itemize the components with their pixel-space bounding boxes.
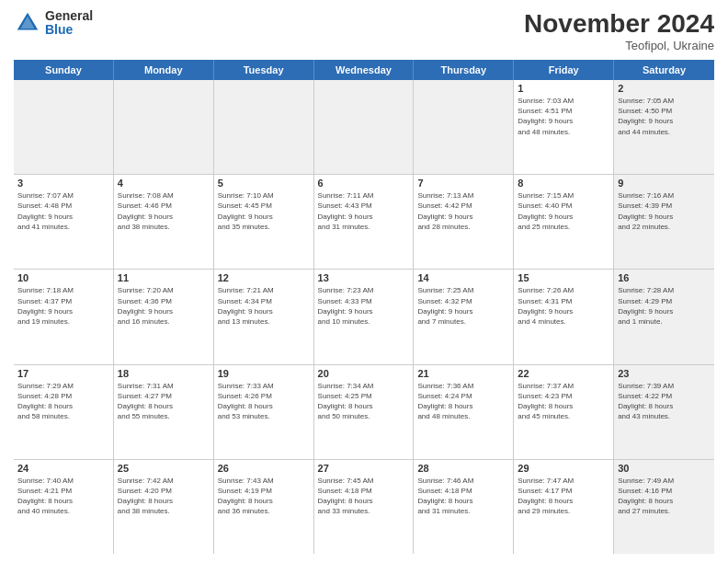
header-day-wednesday: Wednesday: [314, 60, 415, 80]
day-info: Sunrise: 7:10 AM Sunset: 4:45 PM Dayligh…: [218, 190, 310, 232]
day-number: 5: [218, 178, 310, 189]
day-number: 17: [17, 368, 109, 379]
day-number: 24: [17, 463, 109, 474]
calendar-day-2: 2Sunrise: 7:05 AM Sunset: 4:50 PM Daylig…: [614, 80, 714, 174]
day-info: Sunrise: 7:08 AM Sunset: 4:46 PM Dayligh…: [118, 190, 210, 232]
header-day-thursday: Thursday: [414, 60, 514, 80]
day-info: Sunrise: 7:37 AM Sunset: 4:23 PM Dayligh…: [518, 381, 609, 422]
day-number: 22: [518, 368, 609, 379]
calendar-day-10: 10Sunrise: 7:18 AM Sunset: 4:37 PM Dayli…: [14, 270, 114, 363]
day-number: 16: [618, 272, 711, 283]
calendar-day-empty: [414, 80, 514, 174]
day-number: 6: [318, 178, 410, 189]
header: General Blue November 2024 Teofipol, Ukr…: [14, 9, 714, 52]
day-info: Sunrise: 7:34 AM Sunset: 4:25 PM Dayligh…: [318, 381, 410, 422]
calendar-day-30: 30Sunrise: 7:49 AM Sunset: 4:16 PM Dayli…: [614, 460, 714, 554]
calendar-week-5: 24Sunrise: 7:40 AM Sunset: 4:21 PM Dayli…: [14, 460, 714, 554]
calendar-week-3: 10Sunrise: 7:18 AM Sunset: 4:37 PM Dayli…: [14, 270, 714, 364]
day-info: Sunrise: 7:16 AM Sunset: 4:39 PM Dayligh…: [618, 190, 711, 232]
day-number: 19: [218, 368, 310, 379]
header-day-monday: Monday: [114, 60, 214, 80]
day-number: 30: [618, 463, 711, 474]
day-number: 11: [118, 272, 210, 283]
day-info: Sunrise: 7:18 AM Sunset: 4:37 PM Dayligh…: [17, 285, 109, 327]
day-info: Sunrise: 7:36 AM Sunset: 4:24 PM Dayligh…: [417, 381, 509, 422]
day-number: 14: [417, 272, 509, 283]
calendar-day-8: 8Sunrise: 7:15 AM Sunset: 4:40 PM Daylig…: [514, 175, 614, 269]
day-info: Sunrise: 7:03 AM Sunset: 4:51 PM Dayligh…: [518, 96, 609, 137]
calendar-day-6: 6Sunrise: 7:11 AM Sunset: 4:43 PM Daylig…: [314, 175, 415, 269]
calendar-day-11: 11Sunrise: 7:20 AM Sunset: 4:36 PM Dayli…: [114, 270, 214, 363]
day-number: 1: [518, 83, 609, 94]
day-number: 3: [17, 178, 109, 189]
header-day-friday: Friday: [514, 60, 614, 80]
logo-blue-text: Blue: [45, 23, 93, 37]
location: Teofipol, Ukraine: [524, 39, 714, 52]
calendar-week-2: 3Sunrise: 7:07 AM Sunset: 4:48 PM Daylig…: [14, 175, 714, 270]
calendar-day-9: 9Sunrise: 7:16 AM Sunset: 4:39 PM Daylig…: [614, 175, 714, 269]
day-number: 9: [618, 178, 711, 189]
calendar-day-4: 4Sunrise: 7:08 AM Sunset: 4:46 PM Daylig…: [114, 175, 214, 269]
calendar-day-empty: [14, 80, 114, 174]
day-info: Sunrise: 7:25 AM Sunset: 4:32 PM Dayligh…: [417, 285, 509, 327]
calendar: SundayMondayTuesdayWednesdayThursdayFrid…: [14, 60, 714, 554]
day-number: 15: [518, 272, 609, 283]
day-number: 10: [17, 272, 109, 283]
calendar-day-26: 26Sunrise: 7:43 AM Sunset: 4:19 PM Dayli…: [214, 460, 314, 554]
day-number: 7: [417, 178, 509, 189]
calendar-day-22: 22Sunrise: 7:37 AM Sunset: 4:23 PM Dayli…: [514, 365, 614, 459]
logo: General Blue: [14, 9, 93, 38]
day-number: 21: [417, 368, 509, 379]
day-number: 27: [318, 463, 410, 474]
calendar-day-15: 15Sunrise: 7:26 AM Sunset: 4:31 PM Dayli…: [514, 270, 614, 363]
day-number: 25: [118, 463, 210, 474]
calendar-day-5: 5Sunrise: 7:10 AM Sunset: 4:45 PM Daylig…: [214, 175, 314, 269]
day-number: 2: [618, 83, 711, 94]
day-info: Sunrise: 7:21 AM Sunset: 4:34 PM Dayligh…: [218, 285, 310, 327]
calendar-day-empty: [214, 80, 314, 174]
calendar-day-21: 21Sunrise: 7:36 AM Sunset: 4:24 PM Dayli…: [414, 365, 514, 459]
day-number: 29: [518, 463, 609, 474]
calendar-day-13: 13Sunrise: 7:23 AM Sunset: 4:33 PM Dayli…: [314, 270, 415, 363]
day-number: 4: [118, 178, 210, 189]
calendar-day-empty: [114, 80, 214, 174]
day-info: Sunrise: 7:07 AM Sunset: 4:48 PM Dayligh…: [17, 190, 109, 232]
day-number: 23: [618, 368, 711, 379]
calendar-day-23: 23Sunrise: 7:39 AM Sunset: 4:22 PM Dayli…: [614, 365, 714, 459]
calendar-day-25: 25Sunrise: 7:42 AM Sunset: 4:20 PM Dayli…: [114, 460, 214, 554]
header-day-sunday: Sunday: [14, 60, 114, 80]
day-info: Sunrise: 7:33 AM Sunset: 4:26 PM Dayligh…: [218, 381, 310, 422]
day-info: Sunrise: 7:46 AM Sunset: 4:18 PM Dayligh…: [417, 476, 509, 517]
calendar-day-24: 24Sunrise: 7:40 AM Sunset: 4:21 PM Dayli…: [14, 460, 114, 554]
header-day-saturday: Saturday: [614, 60, 714, 80]
calendar-day-1: 1Sunrise: 7:03 AM Sunset: 4:51 PM Daylig…: [514, 80, 614, 174]
header-day-tuesday: Tuesday: [214, 60, 314, 80]
day-info: Sunrise: 7:43 AM Sunset: 4:19 PM Dayligh…: [218, 476, 310, 517]
day-info: Sunrise: 7:45 AM Sunset: 4:18 PM Dayligh…: [318, 476, 410, 517]
day-number: 12: [218, 272, 310, 283]
day-number: 26: [218, 463, 310, 474]
day-number: 28: [417, 463, 509, 474]
calendar-week-4: 17Sunrise: 7:29 AM Sunset: 4:28 PM Dayli…: [14, 365, 714, 460]
day-info: Sunrise: 7:40 AM Sunset: 4:21 PM Dayligh…: [17, 476, 109, 517]
calendar-day-20: 20Sunrise: 7:34 AM Sunset: 4:25 PM Dayli…: [314, 365, 415, 459]
day-info: Sunrise: 7:47 AM Sunset: 4:17 PM Dayligh…: [518, 476, 609, 517]
calendar-day-7: 7Sunrise: 7:13 AM Sunset: 4:42 PM Daylig…: [414, 175, 514, 269]
day-number: 8: [518, 178, 609, 189]
day-number: 13: [318, 272, 410, 283]
day-info: Sunrise: 7:31 AM Sunset: 4:27 PM Dayligh…: [118, 381, 210, 422]
calendar-day-16: 16Sunrise: 7:28 AM Sunset: 4:29 PM Dayli…: [614, 270, 714, 363]
logo-general-text: General: [45, 9, 93, 23]
page: General Blue November 2024 Teofipol, Ukr…: [0, 0, 728, 563]
calendar-day-17: 17Sunrise: 7:29 AM Sunset: 4:28 PM Dayli…: [14, 365, 114, 459]
calendar-header: SundayMondayTuesdayWednesdayThursdayFrid…: [14, 60, 714, 80]
day-info: Sunrise: 7:26 AM Sunset: 4:31 PM Dayligh…: [518, 285, 609, 327]
logo-text: General Blue: [45, 9, 93, 38]
day-number: 20: [318, 368, 410, 379]
day-info: Sunrise: 7:13 AM Sunset: 4:42 PM Dayligh…: [417, 190, 509, 232]
month-title: November 2024: [524, 9, 714, 39]
day-info: Sunrise: 7:28 AM Sunset: 4:29 PM Dayligh…: [618, 285, 711, 327]
day-info: Sunrise: 7:23 AM Sunset: 4:33 PM Dayligh…: [318, 285, 410, 327]
day-info: Sunrise: 7:11 AM Sunset: 4:43 PM Dayligh…: [318, 190, 410, 232]
day-info: Sunrise: 7:05 AM Sunset: 4:50 PM Dayligh…: [618, 96, 711, 137]
